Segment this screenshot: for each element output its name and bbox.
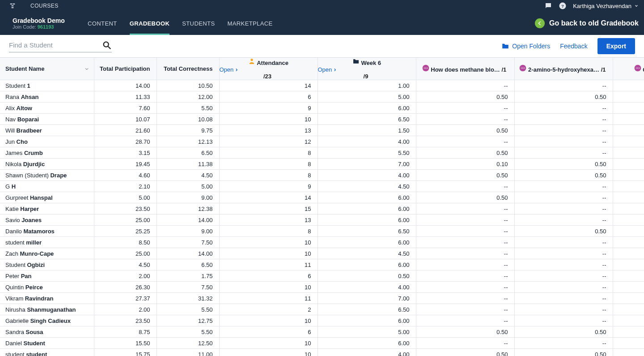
attendance-cell[interactable]: 10	[219, 349, 318, 356]
week6-cell[interactable]: 6.50	[318, 226, 416, 237]
participation-cell[interactable]: 25.00	[94, 248, 157, 259]
q1-cell[interactable]: --	[416, 214, 514, 226]
attendance-cell[interactable]: 10	[219, 248, 318, 259]
week6-cell[interactable]: 4.00	[318, 170, 416, 181]
q1-cell[interactable]: --	[416, 259, 514, 270]
go-back-old-gradebook[interactable]: Go back to old Gradebook	[535, 18, 639, 28]
col-question-cutoff[interactable]: Que	[613, 58, 644, 80]
q1-cell[interactable]: --	[416, 304, 514, 315]
student-name-cell[interactable]: Student 1	[0, 80, 94, 91]
open-folders-link[interactable]: Open Folders	[501, 42, 550, 50]
q3-cell[interactable]	[613, 304, 644, 315]
week6-cell[interactable]: 6.50	[318, 304, 416, 315]
participation-cell[interactable]: 15.50	[94, 338, 157, 349]
student-name-cell[interactable]: Savio Joanes	[0, 214, 94, 226]
participation-cell[interactable]: 2.00	[94, 304, 157, 315]
q1-cell[interactable]: 0.50	[416, 349, 514, 356]
table-row[interactable]: Nirusha Shanmuganathan2.005.5026.50----	[0, 304, 644, 315]
attendance-cell[interactable]: 9	[219, 103, 318, 114]
week6-cell[interactable]: 6.50	[318, 114, 416, 125]
student-name-cell[interactable]: Jun Cho	[0, 136, 94, 147]
q2-cell[interactable]: 0.50	[514, 226, 613, 237]
correctness-cell[interactable]: 5.50	[157, 304, 219, 315]
q1-cell[interactable]: --	[416, 270, 514, 282]
attendance-cell[interactable]: 6	[219, 270, 318, 282]
participation-cell[interactable]: 14.00	[94, 80, 157, 91]
q2-cell[interactable]: --	[514, 125, 613, 136]
attendance-cell[interactable]: 14	[219, 192, 318, 203]
participation-cell[interactable]: 11.33	[94, 91, 157, 103]
participation-cell[interactable]: 5.00	[94, 192, 157, 203]
q3-cell[interactable]	[613, 147, 644, 159]
participation-cell[interactable]: 10.07	[94, 114, 157, 125]
q3-cell[interactable]	[613, 170, 644, 181]
correctness-cell[interactable]: 7.50	[157, 237, 219, 248]
q2-cell[interactable]: --	[514, 203, 613, 214]
student-name-cell[interactable]: Student Ogbizi	[0, 259, 94, 270]
attendance-cell[interactable]: 11	[219, 259, 318, 270]
week6-cell[interactable]: 0.50	[318, 270, 416, 282]
q1-cell[interactable]: --	[416, 136, 514, 147]
attendance-cell[interactable]: 11	[219, 293, 318, 304]
student-name-cell[interactable]: Will Bradbeer	[0, 125, 94, 136]
user-menu[interactable]: Karthiga Vezhavendan	[573, 3, 639, 9]
student-name-cell[interactable]: student student	[0, 349, 94, 356]
q1-cell[interactable]: 0.50	[416, 147, 514, 159]
correctness-cell[interactable]: 5.00	[157, 181, 219, 192]
week6-cell[interactable]: 4.00	[318, 282, 416, 293]
week6-cell[interactable]: 4.00	[318, 349, 416, 356]
student-name-cell[interactable]: Shawn (Student) Drape	[0, 170, 94, 181]
q3-cell[interactable]	[613, 80, 644, 91]
correctness-cell[interactable]: 12.00	[157, 91, 219, 103]
correctness-cell[interactable]: 4.50	[157, 170, 219, 181]
correctness-cell[interactable]: 12.75	[157, 315, 219, 326]
table-row[interactable]: Sandra Sousa8.755.5065.000.500.50	[0, 326, 644, 338]
table-row[interactable]: Will Bradbeer21.609.75131.500.50--	[0, 125, 644, 136]
feedback-link[interactable]: Feedback	[560, 43, 587, 50]
q2-cell[interactable]: --	[514, 248, 613, 259]
q3-cell[interactable]	[613, 203, 644, 214]
q2-cell[interactable]: 0.50	[514, 349, 613, 356]
table-row[interactable]: Vikram Ravindran27.3731.32117.00----	[0, 293, 644, 304]
q1-cell[interactable]: 0.50	[416, 192, 514, 203]
attendance-cell[interactable]: 9	[219, 181, 318, 192]
search-icon[interactable]	[102, 40, 112, 50]
attendance-cell[interactable]: 8	[219, 159, 318, 170]
q1-cell[interactable]: 0.50	[416, 125, 514, 136]
student-name-cell[interactable]: student miller	[0, 237, 94, 248]
correctness-cell[interactable]: 1.75	[157, 270, 219, 282]
week6-cell[interactable]: 6.00	[318, 103, 416, 114]
participation-cell[interactable]: 4.60	[94, 170, 157, 181]
week6-cell[interactable]: 5.00	[318, 91, 416, 103]
student-name-cell[interactable]: Nikola Djurdjic	[0, 159, 94, 170]
q1-cell[interactable]: --	[416, 315, 514, 326]
week6-cell[interactable]: 5.00	[318, 326, 416, 338]
q2-cell[interactable]: --	[514, 237, 613, 248]
participation-cell[interactable]: 15.75	[94, 349, 157, 356]
week6-cell[interactable]: 6.00	[318, 259, 416, 270]
courses-link[interactable]: COURSES	[30, 3, 59, 9]
attendance-cell[interactable]: 14	[219, 80, 318, 91]
col-total-correctness[interactable]: Total Correctness	[157, 58, 219, 80]
search-input[interactable]	[9, 41, 102, 49]
q1-cell[interactable]: 0.50	[416, 91, 514, 103]
attendance-cell[interactable]: 6	[219, 91, 318, 103]
app-logo-icon[interactable]	[5, 3, 20, 9]
week6-cell[interactable]: 6.00	[318, 203, 416, 214]
table-row[interactable]: Nav Boparai10.0710.08106.50----	[0, 114, 644, 125]
participation-cell[interactable]: 4.50	[94, 259, 157, 270]
table-row[interactable]: Savio Joanes25.0014.00136.00----	[0, 214, 644, 226]
q1-cell[interactable]: --	[416, 338, 514, 349]
tab-marketplace[interactable]: MARKETPLACE	[227, 12, 272, 35]
table-row[interactable]: student student15.7511.00104.000.500.50	[0, 349, 644, 356]
table-row[interactable]: Shawn (Student) Drape4.604.5084.000.500.…	[0, 170, 644, 181]
tab-gradebook[interactable]: GRADEBOOK	[130, 12, 170, 35]
student-name-cell[interactable]: Katie Harper	[0, 203, 94, 214]
participation-cell[interactable]: 23.50	[94, 315, 157, 326]
q3-cell[interactable]	[613, 136, 644, 147]
attendance-cell[interactable]: 8	[219, 170, 318, 181]
q2-cell[interactable]: --	[514, 147, 613, 159]
table-row[interactable]: Gabrielle Singh Cadieux23.5012.75106.00-…	[0, 315, 644, 326]
q2-cell[interactable]: --	[514, 181, 613, 192]
q1-cell[interactable]: --	[416, 103, 514, 114]
